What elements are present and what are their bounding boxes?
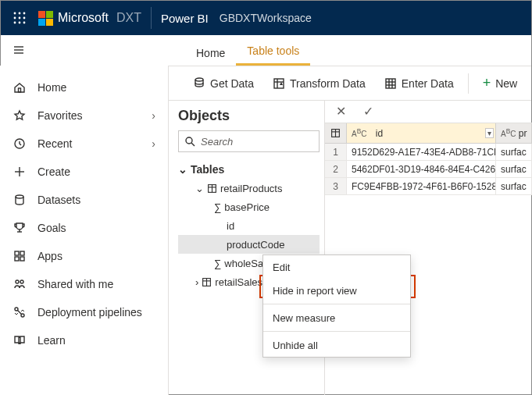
search-icon bbox=[184, 135, 196, 148]
pipelines-icon bbox=[12, 306, 27, 318]
product-name: Power BI bbox=[161, 12, 209, 25]
tree-col-id[interactable]: id bbox=[178, 216, 320, 235]
cell-pr: surfac bbox=[496, 161, 532, 177]
table-icon bbox=[330, 128, 341, 138]
nav-apps[interactable]: Apps bbox=[0, 242, 168, 270]
tables-label: Tables bbox=[191, 163, 224, 176]
svg-line-37 bbox=[191, 143, 195, 146]
cell-pr: surfac bbox=[496, 178, 532, 194]
chevron-right-icon: › bbox=[152, 137, 155, 150]
svg-point-25 bbox=[16, 195, 23, 198]
cancel-button[interactable]: ✕ bbox=[331, 102, 351, 120]
svg-rect-29 bbox=[20, 251, 24, 255]
get-data-button[interactable]: Get Data bbox=[185, 73, 262, 94]
plus-icon bbox=[12, 165, 27, 178]
tree-label: wholeSal bbox=[224, 258, 266, 269]
menu-separator bbox=[263, 331, 410, 332]
nav-goals[interactable]: Goals bbox=[0, 214, 168, 242]
svg-rect-16 bbox=[386, 79, 395, 88]
nav-pipelines-label: Deployment pipelines bbox=[37, 306, 142, 318]
tree-label: basePrice bbox=[224, 201, 270, 213]
col-header-label: id bbox=[376, 128, 383, 139]
nav-apps-label: Apps bbox=[37, 250, 62, 262]
svg-point-34 bbox=[15, 308, 18, 311]
nav-recent[interactable]: Recent› bbox=[0, 130, 168, 158]
text-type-icon: ABC bbox=[352, 127, 366, 138]
nav-create-label: Create bbox=[37, 165, 70, 178]
context-menu: Edit Hide in report view New measure Unh… bbox=[262, 254, 411, 358]
nav-shared-label: Shared with me bbox=[37, 278, 113, 290]
svg-point-8 bbox=[23, 22, 26, 24]
nav-datasets[interactable]: Datasets bbox=[0, 186, 168, 214]
chevron-right-icon: › bbox=[195, 276, 198, 288]
enter-data-button[interactable]: Enter Data bbox=[377, 73, 462, 94]
text-type-icon: ABC bbox=[501, 127, 516, 138]
tab-home[interactable]: Home bbox=[185, 39, 236, 66]
divider bbox=[151, 7, 152, 29]
nav-learn[interactable]: Learn bbox=[0, 326, 168, 354]
svg-point-5 bbox=[23, 17, 26, 20]
shared-icon bbox=[12, 278, 27, 290]
tables-header[interactable]: ⌄Tables bbox=[178, 163, 320, 176]
svg-point-36 bbox=[186, 137, 192, 144]
tree-label: productCode bbox=[227, 239, 284, 251]
plus-icon: + bbox=[483, 75, 491, 91]
row-number: 2 bbox=[325, 161, 347, 177]
chevron-down-icon: ⌄ bbox=[195, 183, 204, 194]
col-header-label: pr bbox=[519, 128, 527, 139]
tree-label: retailProducts bbox=[220, 183, 282, 194]
col-header-id[interactable]: ABC id▾ bbox=[347, 123, 496, 143]
svg-point-0 bbox=[14, 12, 16, 15]
grid-corner[interactable] bbox=[325, 123, 347, 143]
transform-data-icon bbox=[273, 77, 285, 90]
new-button[interactable]: + New bbox=[475, 70, 526, 96]
nav-pipelines[interactable]: Deployment pipelines bbox=[0, 298, 168, 326]
tree-table-retailproducts[interactable]: ⌄retailProducts bbox=[178, 179, 320, 198]
svg-point-7 bbox=[19, 22, 21, 24]
brand-text: Microsoft bbox=[58, 11, 109, 25]
nav-home[interactable]: Home bbox=[0, 73, 168, 101]
nav-shared[interactable]: Shared with me bbox=[0, 270, 168, 298]
clock-icon bbox=[12, 137, 27, 150]
trophy-icon bbox=[12, 222, 27, 234]
table-row[interactable]: 2 5462DF01-3D19-4846-84E4-C42681... surf… bbox=[325, 161, 532, 178]
nav-datasets-label: Datasets bbox=[37, 194, 80, 206]
get-data-label: Get Data bbox=[210, 77, 254, 90]
col-header-pr[interactable]: ABC pr bbox=[496, 123, 532, 143]
nav-learn-label: Learn bbox=[37, 334, 66, 347]
svg-point-1 bbox=[19, 12, 21, 15]
tree-label: id bbox=[227, 220, 234, 232]
svg-point-6 bbox=[14, 22, 16, 24]
nav-toggle-button[interactable] bbox=[0, 34, 37, 66]
chevron-down-icon[interactable]: ▾ bbox=[485, 128, 494, 138]
cell-id: 9152D629-A1E7-43E4-ADB8-71CB2... bbox=[347, 144, 496, 160]
commit-button[interactable]: ✓ bbox=[359, 102, 378, 120]
ctx-new-measure[interactable]: New measure bbox=[263, 306, 410, 329]
svg-point-3 bbox=[14, 17, 16, 20]
tree-label: retailSales bbox=[215, 276, 262, 288]
tab-table-tools[interactable]: Table tools bbox=[236, 37, 310, 66]
ctx-unhide-all[interactable]: Unhide all bbox=[263, 333, 410, 357]
ctx-hide-in-report[interactable]: Hide in report view bbox=[263, 279, 410, 302]
transform-data-button[interactable]: Transform Data bbox=[265, 73, 373, 94]
home-icon bbox=[12, 81, 27, 94]
ctx-edit[interactable]: Edit bbox=[263, 255, 410, 279]
nav-favorites[interactable]: Favorites› bbox=[0, 101, 168, 130]
app-launcher-icon[interactable] bbox=[7, 5, 32, 30]
search-placeholder: Search bbox=[201, 136, 233, 148]
svg-rect-28 bbox=[15, 251, 19, 255]
ms-logo-icon bbox=[38, 11, 53, 26]
svg-rect-31 bbox=[20, 257, 24, 261]
nav-create[interactable]: Create bbox=[0, 158, 168, 186]
table-row[interactable]: 1 9152D629-A1E7-43E4-ADB8-71CB2... surfa… bbox=[325, 144, 532, 161]
nav-goals-label: Goals bbox=[37, 222, 66, 234]
table-row[interactable]: 3 FC9E4FBB-1972-4F61-B6F0-15282C... surf… bbox=[325, 178, 532, 195]
datasets-icon bbox=[12, 194, 27, 206]
svg-rect-13 bbox=[274, 79, 284, 88]
nav-recent-label: Recent bbox=[37, 137, 72, 150]
tree-col-baseprice[interactable]: ∑basePrice bbox=[178, 198, 320, 216]
search-input[interactable]: Search bbox=[178, 130, 320, 152]
nav-favorites-label: Favorites bbox=[37, 109, 83, 122]
cell-pr: surfac bbox=[496, 144, 532, 160]
tree-col-productcode[interactable]: productCode bbox=[178, 235, 320, 254]
